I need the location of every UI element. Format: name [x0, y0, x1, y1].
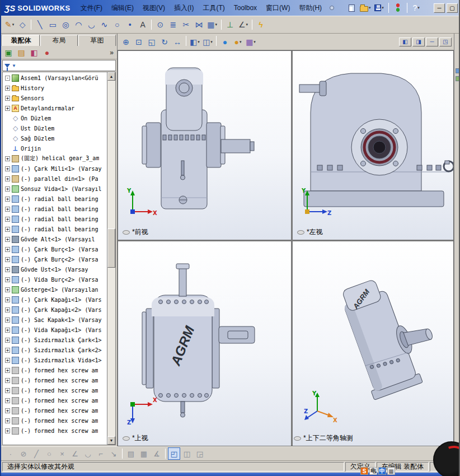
view-orientation-icon[interactable]: ◧▾: [189, 36, 201, 48]
menu-item[interactable]: 视图(V): [138, 0, 170, 16]
expand-icon[interactable]: +: [5, 156, 10, 161]
two-view-horizontal-button[interactable]: ◲: [194, 447, 206, 460]
scroll-thumb[interactable]: [107, 228, 115, 268]
expand-icon[interactable]: +: [5, 338, 10, 343]
tree-filter[interactable]: ▼: [2, 60, 116, 71]
edit-appearance-icon[interactable]: ●: [219, 36, 231, 48]
save-icon[interactable]: ▾: [373, 2, 386, 14]
tangent-arc-icon[interactable]: ◡: [85, 18, 97, 31]
tree-item[interactable]: +(-) formed hex screw_am: [3, 405, 107, 416]
viewport-next-icon[interactable]: ◨: [412, 38, 425, 46]
expand-icon[interactable]: +: [5, 307, 10, 312]
expand-icon[interactable]: +: [5, 166, 10, 171]
two-view-vertical-button[interactable]: ◫: [181, 447, 193, 460]
viewport-divider-horizontal[interactable]: [118, 240, 453, 241]
expand-icon[interactable]: +: [5, 257, 10, 262]
minimize-button[interactable]: ─: [434, 3, 445, 13]
maximize-button[interactable]: ▢: [447, 3, 458, 13]
tree-item[interactable]: +(-) Sızdırmazlık Çark<1>: [3, 335, 107, 345]
expand-icon[interactable]: +: [5, 176, 10, 181]
tree-item[interactable]: +(-) formed hex screw_am: [3, 375, 107, 385]
configuration-manager-icon[interactable]: ◧: [28, 46, 40, 59]
expand-icon[interactable]: +: [5, 207, 10, 212]
menu-item[interactable]: 编辑(E): [107, 0, 138, 16]
expand-icon[interactable]: +: [5, 328, 10, 333]
viewport-divider-vertical[interactable]: [291, 51, 293, 446]
expand-icon[interactable]: +: [5, 217, 10, 222]
display-relations-icon[interactable]: ⊥: [224, 18, 236, 31]
feature-manager-tree-icon[interactable]: ▣: [2, 46, 15, 59]
expand-icon[interactable]: +: [5, 408, 10, 413]
point-icon[interactable]: •: [124, 18, 136, 31]
tree-item[interactable]: +Sensors: [3, 93, 107, 103]
open-document-icon[interactable]: ▾: [359, 2, 372, 14]
display-style-icon[interactable]: ◫▾: [201, 36, 214, 48]
tree-item[interactable]: +(-) Çark Burç<1> (Varsa: [3, 244, 107, 254]
display-manager-icon[interactable]: ●: [41, 46, 53, 59]
expand-icon[interactable]: +: [5, 287, 10, 292]
menu-item[interactable]: Toolbox: [229, 0, 261, 16]
ime-lang-icon[interactable]: 中: [378, 467, 386, 475]
expand-icon[interactable]: +: [5, 277, 10, 282]
ime-mode-icon[interactable]: 电: [369, 467, 377, 475]
expand-icon[interactable]: +: [5, 267, 10, 272]
ellipse-icon[interactable]: ○: [111, 18, 123, 31]
zoom-in-out-icon[interactable]: ⊕: [120, 36, 132, 48]
tab-布局[interactable]: 布局: [40, 35, 78, 46]
circle-icon[interactable]: ◎: [59, 18, 72, 31]
expand-icon[interactable]: +: [5, 378, 10, 383]
tree-item[interactable]: -Assem1 (Varsayılan<Görü: [3, 73, 107, 83]
tree-item[interactable]: +(固定) helical gear_3_am: [3, 153, 107, 164]
text-icon[interactable]: A: [137, 18, 149, 31]
tree-item[interactable]: +Sonsuz Vida<1> (Varsayıl: [3, 184, 107, 194]
viewport-isometric[interactable]: AGRM Y X Z: [293, 241, 454, 446]
toolbox-indicator-icon[interactable]: [392, 2, 404, 14]
new-document-icon[interactable]: [345, 2, 358, 14]
tree-item[interactable]: +(-) formed hex screw_am: [3, 426, 107, 436]
expand-icon[interactable]: +: [5, 398, 10, 403]
tree-item[interactable]: +(-) Sızdırmazlık Çark<2>: [3, 345, 107, 355]
trim-entities-icon[interactable]: ✂: [180, 18, 192, 31]
zoom-to-fit-icon[interactable]: ◱: [145, 36, 158, 48]
tree-item[interactable]: +Üst Düzlem: [3, 123, 107, 133]
tree-item[interactable]: +(-) radial ball bearing_: [3, 214, 107, 224]
linear-pattern-icon[interactable]: ▦▾: [205, 18, 219, 31]
angle-icon[interactable]: ∠: [69, 447, 81, 460]
property-manager-icon[interactable]: ▤: [15, 46, 27, 59]
tree-item[interactable]: +(-) formed hex screw_am: [3, 395, 107, 405]
tab-草图[interactable]: 草图: [78, 35, 116, 46]
line-icon[interactable]: ╲: [34, 18, 46, 31]
tree-item[interactable]: +Gösterge<1> (Varsayılan: [3, 284, 107, 295]
tree-item[interactable]: +Gövde Üst<1> (Varsay: [3, 264, 107, 274]
apply-scene-icon[interactable]: ●▾: [232, 36, 244, 48]
help-icon[interactable]: ?▾: [410, 2, 423, 14]
tree-item[interactable]: +(-) Çark Mili<1> (Varsay: [3, 164, 107, 174]
task-pane-icon[interactable]: [456, 76, 460, 81]
tree-item[interactable]: +(-) formed hex screw_am: [3, 385, 107, 395]
task-pane-strip[interactable]: [454, 34, 460, 446]
tree-item[interactable]: +(-) formed hex screw_am: [3, 416, 107, 426]
pan-view-icon[interactable]: ↔: [171, 36, 184, 48]
expand-icon[interactable]: +: [5, 318, 10, 323]
tree-item[interactable]: +Orijin: [3, 143, 107, 153]
expand-icon[interactable]: +: [5, 388, 10, 393]
mirror-entities-icon[interactable]: ⋈: [193, 18, 205, 31]
tree-item[interactable]: +(-) radial ball bearing_: [3, 204, 107, 214]
quick-snaps-icon[interactable]: ∠▾: [237, 18, 250, 31]
expand-icon[interactable]: +: [5, 348, 10, 353]
tree-item[interactable]: +(-) Sızdırmazlık Vida<1>: [3, 355, 107, 365]
tree-item[interactable]: +(-) radial ball bearing_: [3, 194, 107, 204]
corner-icon[interactable]: ⌐: [95, 447, 107, 460]
tree-item[interactable]: +Detaylandırmalar: [3, 103, 107, 113]
menu-item[interactable]: 窗口(W): [261, 0, 294, 16]
document-restore-button[interactable]: ◳: [439, 38, 452, 46]
rotate-view-icon[interactable]: ↻: [158, 36, 171, 48]
sogou-icon[interactable]: S: [360, 467, 368, 475]
tree-item[interactable]: +(-) radial ball bearing_: [3, 224, 107, 234]
offset-entities-icon[interactable]: ≣: [167, 18, 179, 31]
smart-dimension-icon[interactable]: ◇: [16, 18, 29, 31]
expand-icon[interactable]: +: [5, 247, 10, 252]
menu-pin-icon[interactable]: [330, 6, 334, 10]
tree-item[interactable]: +(-) Çark Kapağı<2> (Vars: [3, 305, 107, 315]
viewport-front[interactable]: Y X *前视: [118, 51, 291, 240]
